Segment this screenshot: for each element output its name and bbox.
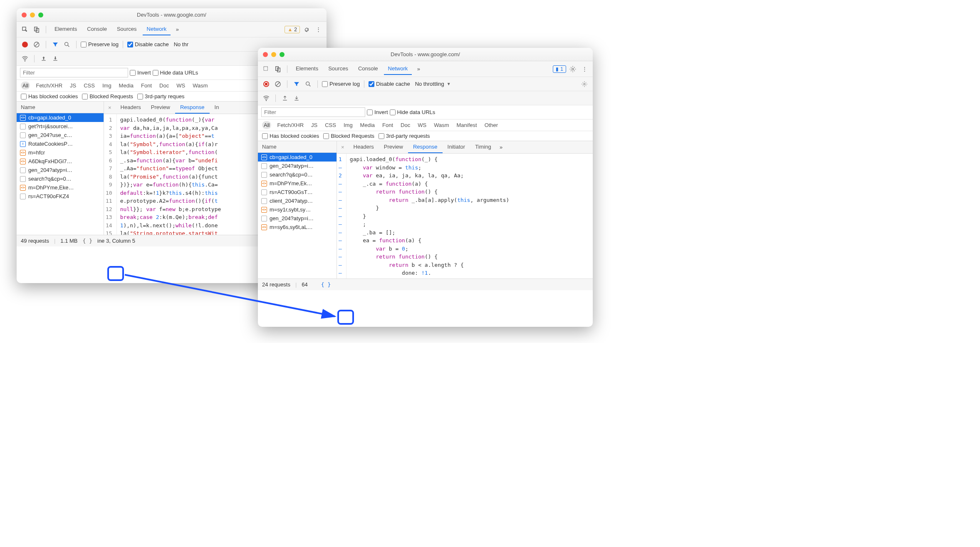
inspect-icon[interactable] xyxy=(20,25,30,35)
search-icon[interactable] xyxy=(62,40,72,50)
name-column-header[interactable]: Name xyxy=(258,141,337,153)
preserve-log-checkbox[interactable]: Preserve log xyxy=(322,81,360,87)
traffic-lights[interactable] xyxy=(22,12,43,17)
tab-preview[interactable]: Preview xyxy=(146,102,175,114)
tab-elements[interactable]: Elements xyxy=(292,63,322,75)
pretty-print-button[interactable]: { } xyxy=(321,281,331,288)
record-icon[interactable] xyxy=(261,79,271,89)
filter-all[interactable]: All xyxy=(21,82,30,90)
search-icon[interactable] xyxy=(303,79,313,89)
request-row[interactable]: <>m=sy1r,sybt,sy… xyxy=(258,205,337,214)
request-row[interactable]: rs=ACT90oFKZ4 xyxy=(17,192,104,201)
warning-badge[interactable]: ▲2 xyxy=(285,26,300,33)
invert-checkbox[interactable]: Invert xyxy=(130,70,151,76)
tab-preview[interactable]: Preview xyxy=(379,141,408,153)
third-party-checkbox[interactable]: 3rd-party requests xyxy=(379,133,430,139)
upload-icon[interactable] xyxy=(280,93,290,103)
throttling-dropdown[interactable]: No throttling▼ xyxy=(412,81,451,87)
filter-input[interactable] xyxy=(20,68,128,77)
throttling-dropdown[interactable]: No thr xyxy=(171,41,188,47)
upload-icon[interactable] xyxy=(39,54,49,64)
request-row[interactable]: <>m=DhPYme,Ek… xyxy=(258,179,337,188)
close-icon[interactable] xyxy=(263,52,268,57)
tab-initiator[interactable]: In xyxy=(210,102,224,114)
inspect-icon[interactable] xyxy=(261,64,271,74)
maximize-icon[interactable] xyxy=(280,52,285,57)
request-row[interactable]: <>m=sy6s,sy6t,aL… xyxy=(258,223,337,231)
request-row[interactable]: ≡RotateCookiesP… xyxy=(17,139,104,148)
tab-elements[interactable]: Elements xyxy=(50,23,81,35)
clear-icon[interactable] xyxy=(32,40,42,50)
disable-cache-checkbox[interactable]: Disable cache xyxy=(369,81,410,87)
request-row[interactable]: gen_204?atyp=i… xyxy=(258,214,337,223)
gear-icon[interactable] xyxy=(579,79,589,89)
pretty-print-button[interactable]: { } xyxy=(83,238,92,244)
request-row[interactable]: <>cb=gapi.loaded_0 xyxy=(17,113,104,122)
more-tabs-icon[interactable]: » xyxy=(496,142,506,152)
blocked-requests-checkbox[interactable]: Blocked Requests xyxy=(323,133,374,139)
tab-headers[interactable]: Headers xyxy=(116,102,146,114)
kebab-icon[interactable]: ⋮ xyxy=(579,64,589,74)
device-icon[interactable] xyxy=(273,64,283,74)
request-row[interactable]: rs=ACT90oGsT… xyxy=(258,188,337,196)
file-icon: ≡ xyxy=(20,141,26,147)
gear-icon[interactable] xyxy=(302,25,312,35)
filter-input[interactable] xyxy=(261,107,365,117)
request-row[interactable]: get?rt=j&sourcei… xyxy=(17,122,104,131)
tab-timing[interactable]: Timing xyxy=(470,141,496,153)
minimize-icon[interactable] xyxy=(271,52,276,57)
type-filters[interactable]: All Fetch/XHR JS CSS Img Media Font Doc … xyxy=(258,119,593,131)
request-row[interactable]: search?q&cp=0… xyxy=(258,170,337,179)
blocked-cookies-checkbox[interactable]: Has blocked cookies xyxy=(21,93,78,99)
minimize-icon[interactable] xyxy=(30,12,35,17)
request-row[interactable]: gen_204?use_c… xyxy=(17,131,104,139)
message-badge[interactable]: ▮1 xyxy=(553,65,566,73)
blocked-cookies-checkbox[interactable]: Has blocked cookies xyxy=(262,133,319,139)
clear-icon[interactable] xyxy=(273,79,283,89)
device-icon[interactable] xyxy=(32,25,42,35)
tab-console[interactable]: Console xyxy=(83,23,111,35)
request-row[interactable]: search?q&cp=0… xyxy=(17,174,104,183)
filter-icon[interactable] xyxy=(50,40,60,50)
invert-checkbox[interactable]: Invert xyxy=(367,109,388,115)
tab-sources[interactable]: Sources xyxy=(113,23,141,35)
tab-console[interactable]: Console xyxy=(354,63,382,75)
tab-sources[interactable]: Sources xyxy=(324,63,352,75)
kebab-icon[interactable]: ⋮ xyxy=(313,25,323,35)
download-icon[interactable] xyxy=(50,54,60,64)
request-row[interactable]: <>A6DkqFxHDGl7… xyxy=(17,157,104,166)
request-row[interactable]: <>cb=gapi.loaded_0 xyxy=(258,153,337,162)
third-party-checkbox[interactable]: 3rd-party reques xyxy=(137,93,184,99)
maximize-icon[interactable] xyxy=(38,12,43,17)
filter-icon[interactable] xyxy=(292,79,302,89)
tab-response[interactable]: Response xyxy=(408,141,443,153)
tab-headers[interactable]: Headers xyxy=(349,141,379,153)
request-row[interactable]: gen_204?atyp=i… xyxy=(258,162,337,170)
name-column-header[interactable]: Name xyxy=(17,102,104,113)
tab-initiator[interactable]: Initiator xyxy=(443,141,470,153)
network-conditions-icon[interactable] xyxy=(20,54,30,64)
more-tabs-icon[interactable]: » xyxy=(413,64,423,74)
network-conditions-icon[interactable] xyxy=(261,93,271,103)
request-row[interactable]: gen_204?atyp=i… xyxy=(17,166,104,174)
hide-data-urls-checkbox[interactable]: Hide data URLs xyxy=(390,109,436,115)
request-row[interactable]: <>m=DhPYme,Eke… xyxy=(17,183,104,192)
hide-data-urls-checkbox[interactable]: Hide data URLs xyxy=(153,70,198,76)
filter-all[interactable]: All xyxy=(262,121,271,129)
gear-icon[interactable] xyxy=(568,64,578,74)
download-icon[interactable] xyxy=(292,93,302,103)
more-tabs-icon[interactable]: » xyxy=(172,25,182,35)
tab-network[interactable]: Network xyxy=(384,63,412,75)
traffic-lights[interactable] xyxy=(263,52,285,57)
blocked-requests-checkbox[interactable]: Blocked Requests xyxy=(82,93,133,99)
record-icon[interactable] xyxy=(20,40,30,50)
request-row[interactable]: client_204?atyp… xyxy=(258,196,337,205)
disable-cache-checkbox[interactable]: Disable cache xyxy=(127,41,169,47)
close-icon[interactable]: × xyxy=(104,104,116,111)
preserve-log-checkbox[interactable]: Preserve log xyxy=(81,41,119,47)
tab-network[interactable]: Network xyxy=(143,23,171,35)
request-row[interactable]: <>m=hfcr xyxy=(17,148,104,157)
close-icon[interactable]: × xyxy=(337,144,349,150)
close-icon[interactable] xyxy=(22,12,27,17)
tab-response[interactable]: Response xyxy=(175,102,210,114)
